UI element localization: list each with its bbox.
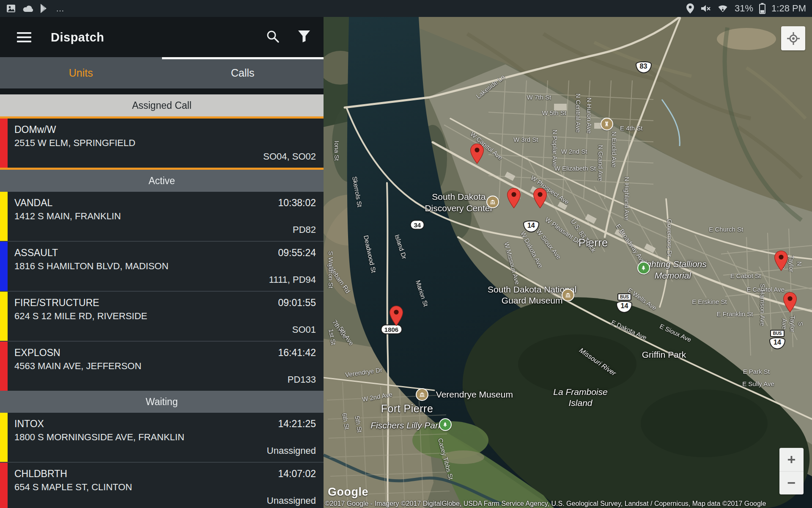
map-label: E Church St [709, 226, 743, 234]
call-body: ASSAULT09:55:241816 S HAMILTON BLVD, MAD… [8, 242, 324, 291]
call-body: FIRE/STRUCTURE09:01:55624 S 12 MILE RD, … [8, 292, 324, 341]
call-units: 1111, PD94 [14, 273, 316, 286]
map-label: W 3rd St [513, 136, 538, 144]
call-body: DOMw/W2515 W ELM, SPRINGFIELDSO04, SO02 [8, 119, 324, 168]
call-item[interactable]: INTOX14:21:251800 S MORNINGSIDE AVE, FRA… [0, 413, 324, 462]
call-body: INTOX14:21:251800 S MORNINGSIDE AVE, FRA… [8, 413, 324, 462]
map-label: N Huron Ave [585, 98, 593, 134]
map-label: N Grand Ave [597, 145, 605, 181]
call-item[interactable]: FIRE/STRUCTURE09:01:55624 S 12 MILE RD, … [0, 291, 324, 341]
museum-poi-icon[interactable] [562, 289, 574, 301]
zoom-in-button[interactable]: + [779, 448, 804, 472]
route-shield: 14 [523, 221, 539, 232]
map-label: E 4th St [620, 124, 642, 133]
map-pin[interactable] [507, 188, 521, 208]
map-label: N Euclid Ave [610, 132, 618, 168]
route-shield: 34 [410, 220, 425, 229]
route-shield: BUS14 [769, 330, 785, 349]
call-type: ASSAULT [14, 246, 58, 259]
museum-poi-icon[interactable] [416, 388, 428, 401]
call-address: 1412 S MAIN, FRANKLIN [14, 210, 316, 223]
map-label: Lakeside Ln [475, 73, 506, 100]
map-label: E Dakota Ave [610, 318, 648, 342]
call-body: VANDAL10:38:021412 S MAIN, FRANKLINPD82 [8, 192, 324, 241]
tree-poi-icon[interactable] [637, 262, 650, 274]
battery-percent: 31% [735, 3, 753, 14]
call-item[interactable]: EXPLOSN16:41:424563 MAIN AVE, JEFFERSONP… [0, 341, 324, 391]
call-units: SO04, SO02 [14, 150, 316, 163]
page-title: Dispatch [51, 30, 104, 44]
photo-icon [6, 3, 16, 14]
map-label: Marion St [414, 279, 430, 308]
call-item[interactable]: ASSAULT09:55:241816 S HAMILTON BLVD, MAD… [0, 241, 324, 291]
map-label: Fischers Lilly Park [370, 420, 442, 431]
section-header-assigned-call: Assigned Call [0, 94, 324, 116]
map-label: Fort Pierre [381, 402, 433, 415]
my-location-button[interactable] [781, 26, 805, 50]
section-items: DOMw/W2515 W ELM, SPRINGFIELDSO04, SO02 [0, 116, 324, 170]
map-label: Governors Dr [665, 219, 673, 257]
severity-bar [0, 292, 8, 341]
map-label: South Dakota Discovery Center [425, 191, 493, 214]
filter-icon[interactable] [297, 30, 311, 45]
map-label: Missouri River [578, 346, 617, 378]
map-label: E Franklin St [717, 310, 753, 318]
map-pin[interactable] [774, 251, 788, 271]
search-icon[interactable] [266, 29, 280, 45]
tab-calls[interactable]: Calls [162, 57, 324, 88]
call-time: 09:01:55 [278, 296, 316, 309]
map-label: Casey Tibbs St [436, 437, 454, 480]
museum-poi-icon[interactable] [486, 196, 499, 208]
dispatch-panel: Dispatch UnitsCalls Assigned CallDOMw/W2… [0, 17, 324, 508]
app-bar: Dispatch [0, 17, 324, 57]
call-time: 10:38:02 [278, 196, 316, 209]
section-header-active: Active [0, 170, 324, 192]
call-type: INTOX [14, 417, 44, 430]
call-item[interactable]: VANDAL10:38:021412 S MAIN, FRANKLINPD82 [0, 192, 324, 241]
map-attribution: ©2017 Google - Imagery ©2017 DigitalGlob… [324, 500, 812, 508]
castle-poi-icon[interactable] [601, 118, 613, 130]
zoom-out-button[interactable]: − [779, 472, 804, 495]
map-label: E Broadway Ave [614, 223, 647, 265]
cloud-icon [22, 4, 34, 13]
menu-icon[interactable] [17, 32, 31, 43]
route-shield: 83 [636, 61, 652, 73]
map-label: E Sioux Ave [658, 322, 692, 344]
status-bar: … 31% 1:28 PM [0, 0, 812, 17]
route-number: 14 [523, 221, 539, 232]
route-number: 14 [769, 337, 785, 349]
map[interactable]: South Dakota Discovery CenterPierreFight… [324, 17, 812, 508]
call-address: 2515 W ELM, SPRINGFIELD [14, 137, 316, 149]
severity-bar [0, 192, 8, 241]
call-type: FIRE/STRUCTURE [14, 296, 99, 309]
map-label: W Missouri Ave [502, 241, 521, 285]
tab-units[interactable]: Units [0, 57, 162, 88]
call-units: PD133 [14, 373, 316, 386]
call-address: 624 S 12 MILE RD, RIVERSIDE [14, 310, 316, 323]
map-pin[interactable] [470, 144, 484, 164]
map-overlays: South Dakota Discovery CenterPierreFight… [324, 17, 812, 508]
map-pin[interactable] [533, 188, 547, 208]
map-label: La Framboise Island [553, 387, 607, 409]
severity-bar [0, 463, 8, 508]
map-pin[interactable] [390, 306, 403, 326]
call-item[interactable]: CHLDBRTH14:07:02654 S MAPLE ST, CLINTONU… [0, 462, 324, 508]
map-label: Island Dr [393, 233, 408, 260]
map-label: Griffin Park [642, 349, 686, 360]
call-list: Assigned CallDOMw/W2515 W ELM, SPRINGFIE… [0, 88, 324, 508]
route-shield: 1806 [381, 324, 402, 334]
call-time: 14:07:02 [278, 467, 316, 480]
map-label: N Poplar Ave [551, 130, 559, 166]
tree-poi-icon[interactable] [439, 418, 452, 431]
zoom-control: + − [779, 448, 804, 494]
call-address: 4563 MAIN AVE, JEFFERSON [14, 360, 316, 373]
map-label: Iona St [333, 141, 341, 161]
call-units: Unassigned [14, 494, 316, 507]
google-logo: Google [328, 486, 368, 499]
call-item[interactable]: DOMw/W2515 W ELM, SPRINGFIELDSO04, SO02 [0, 119, 324, 168]
map-label: S Waldron St [327, 251, 335, 288]
map-pin[interactable] [783, 292, 797, 312]
call-body: CHLDBRTH14:07:02654 S MAPLE ST, CLINTONU… [8, 463, 324, 508]
severity-bar [0, 242, 8, 291]
route-number: 1806 [381, 324, 402, 334]
